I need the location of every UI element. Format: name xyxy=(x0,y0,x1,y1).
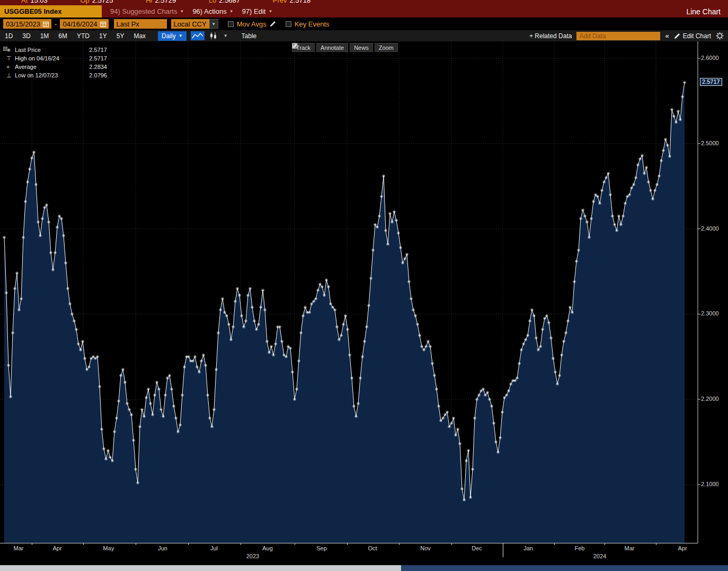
menu-suggested-charts[interactable]: 94) Suggested Charts▼ xyxy=(110,7,184,15)
pencil-icon xyxy=(674,33,680,39)
legend-drag-handle[interactable] xyxy=(3,47,7,51)
currency-dropdown-arrow[interactable]: ▼ xyxy=(209,19,218,29)
asterisk-marker-icon: ∗ xyxy=(6,47,15,54)
x-month-label: May xyxy=(98,545,119,551)
x-month-label: Apr xyxy=(47,545,68,551)
x-month-label: Jul xyxy=(203,545,225,551)
tab-1d[interactable]: 1D xyxy=(0,32,17,40)
x-axis-tick xyxy=(554,543,555,545)
y-axis-label: 2.6000 xyxy=(701,55,719,61)
x-month-label: Jan xyxy=(518,545,539,551)
tab-1m[interactable]: 1M xyxy=(35,32,54,40)
x-axis-tick xyxy=(451,543,452,545)
x-axis-tick xyxy=(399,543,399,545)
chart-plot-area[interactable]: ∗ Last Price 2.5717 ⊤ High on 04/16/24 2… xyxy=(0,41,728,543)
bottom-edge-blue xyxy=(401,565,728,571)
bloomberg-terminal-window: At15:03 Op2.5725 Hi2.5729 Lo2.5687 Prev2… xyxy=(0,0,728,571)
x-year-label: 2024 xyxy=(588,553,611,559)
calendar-icon xyxy=(43,21,49,27)
date-to-field[interactable]: 04/16/2024 xyxy=(60,19,108,29)
legend-last-price: ∗ Last Price 2.5717 xyxy=(6,46,107,54)
gear-icon[interactable] xyxy=(716,32,724,40)
tab-max[interactable]: Max xyxy=(129,32,150,40)
currency-select[interactable]: Local CCY xyxy=(171,19,209,29)
quote-frag-high: Hi2.5729 xyxy=(146,0,176,4)
x-month-label: Mar xyxy=(619,545,640,551)
menu-actions[interactable]: 96) Actions▼ xyxy=(192,7,233,15)
table-button[interactable]: Table xyxy=(242,32,257,40)
x-month-label: Aug xyxy=(257,545,278,551)
date-range-dash: - xyxy=(55,20,57,28)
bottom-window-edge xyxy=(0,565,728,571)
price-field-select[interactable]: Last Px xyxy=(114,19,167,29)
pencil-icon[interactable] xyxy=(270,21,276,27)
x-year-label: 2023 xyxy=(241,553,264,559)
zoom-button[interactable]: Zoom xyxy=(375,43,398,52)
security-ticker[interactable]: USGGBE05 Index xyxy=(0,5,102,17)
x-axis-tick xyxy=(656,543,656,545)
chevron-down-icon: ▼ xyxy=(180,9,184,14)
mov-avgs-checkbox[interactable] xyxy=(228,21,234,27)
x-axis-tick xyxy=(136,543,136,545)
quote-frag-prev: Prev2.5718 xyxy=(273,0,311,4)
tab-6m[interactable]: 6M xyxy=(54,32,72,40)
news-button[interactable]: News xyxy=(350,43,373,52)
collapse-chevrons[interactable]: « xyxy=(665,32,669,40)
chart-tools: Track Annotate News Zoom xyxy=(292,43,398,52)
y-axis-label: 2.5000 xyxy=(701,140,719,146)
y-axis-label: 2.3000 xyxy=(701,310,719,317)
quote-frag-low: Lo2.5687 xyxy=(209,0,240,4)
y-axis-label: 2.4000 xyxy=(701,225,719,232)
chart-legend: ∗ Last Price 2.5717 ⊤ High on 04/16/24 2… xyxy=(6,46,107,80)
line-chart-icon xyxy=(192,32,203,39)
chart-controls-row: 03/15/2023 - 04/16/2024 Last Px Local CC… xyxy=(0,17,728,30)
annotate-button[interactable]: Annotate xyxy=(316,43,348,52)
legend-average: + Average 2.2834 xyxy=(6,63,107,71)
related-data-button[interactable]: + Related Data xyxy=(529,32,572,40)
y-axis-label: 2.1000 xyxy=(701,481,719,487)
mov-avgs-label: Mov Avgs xyxy=(237,20,267,28)
quote-frag-open: Op2.5725 xyxy=(80,0,113,4)
range-tab-bar: 1D 3D 1M 6M YTD 1Y 5Y Max Daily▼ ▼ Table… xyxy=(0,30,728,41)
chevron-down-icon: ▼ xyxy=(268,9,272,14)
price-chart-svg xyxy=(0,41,728,543)
edit-chart-button[interactable]: Edit Chart xyxy=(674,32,711,40)
candlestick-icon xyxy=(209,32,218,40)
x-axis-tick xyxy=(241,543,241,545)
x-axis-tick xyxy=(83,543,84,545)
tab-ytd[interactable]: YTD xyxy=(72,32,94,40)
tab-5y[interactable]: 5Y xyxy=(112,32,129,40)
x-month-label: Apr xyxy=(672,545,693,551)
x-month-label: Oct xyxy=(362,545,383,551)
high-tick-icon: ⊤ xyxy=(6,55,15,62)
series-area xyxy=(4,83,685,544)
x-month-label: Sep xyxy=(311,545,332,551)
x-month-label: Nov xyxy=(415,545,436,551)
x-axis-tick xyxy=(605,543,605,545)
add-data-input[interactable]: Add Data xyxy=(576,32,660,40)
x-axis-tick xyxy=(295,543,295,545)
x-axis-tick xyxy=(188,543,189,545)
line-chart-type-button[interactable] xyxy=(191,31,205,40)
chart-type-dropdown-arrow[interactable]: ▼ xyxy=(224,33,228,38)
calendar-icon xyxy=(100,21,106,27)
period-select-daily[interactable]: Daily▼ xyxy=(158,31,187,41)
candle-chart-type-button[interactable] xyxy=(208,31,219,40)
x-month-label: Dec xyxy=(466,545,487,551)
chevron-down-icon: ▼ xyxy=(179,33,183,38)
year-separator-line xyxy=(503,543,503,557)
key-events-checkbox[interactable] xyxy=(286,21,291,27)
magnifier-icon xyxy=(292,43,298,49)
legend-low: ⊥ Low on 12/07/23 2.0796 xyxy=(6,71,107,80)
date-from-field[interactable]: 03/15/2023 xyxy=(3,19,51,29)
last-price-axis-tag: 2.5717 xyxy=(700,78,722,86)
x-axis-tick xyxy=(347,543,348,545)
tab-1y[interactable]: 1Y xyxy=(94,32,112,40)
menu-edit[interactable]: 97) Edit▼ xyxy=(242,7,273,15)
average-cross-icon: + xyxy=(6,64,15,70)
function-title: Line Chart xyxy=(686,7,721,16)
x-month-label: Feb xyxy=(569,545,590,551)
x-axis: MarAprMayJunJulAugSepOctNovDecJanFebMarA… xyxy=(0,543,728,563)
tab-3d[interactable]: 3D xyxy=(17,32,35,40)
low-tick-icon: ⊥ xyxy=(6,72,15,79)
